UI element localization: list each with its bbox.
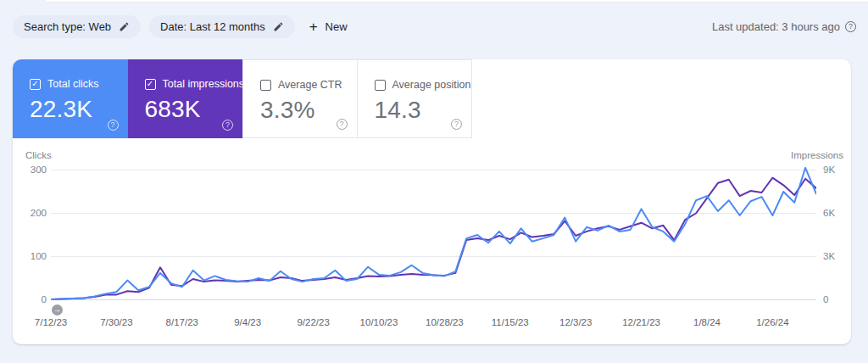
tile-label: Total clicks — [47, 78, 98, 90]
tile-total-impressions[interactable]: Total impressions 683K — [128, 59, 243, 138]
x-axis-date-label: 12/3/23 — [546, 317, 605, 327]
x-axis-date-label: 7/12/23 — [21, 317, 81, 327]
x-axis-date-label: 1/26/24 — [743, 317, 802, 327]
tile-average-position[interactable]: Average position 14.3 — [358, 59, 473, 138]
x-axis-date-label: 11/15/23 — [481, 317, 540, 327]
tile-label: Average CTR — [278, 79, 342, 91]
x-axis-date-label: 8/17/23 — [153, 317, 212, 327]
impressions-axis-tick: 0 — [823, 293, 828, 305]
x-axis-date-label: 10/10/23 — [349, 317, 409, 327]
search-console-performance-page: Search type: Web Date: Last 12 months + … — [0, 0, 868, 363]
performance-chart-svg[interactable] — [51, 165, 816, 304]
last-updated-text: Last updated: 3 hours ago — [712, 20, 840, 33]
impressions-axis-tick: 9K — [823, 164, 835, 176]
search-type-filter-label: Search type: Web — [24, 20, 111, 33]
tile-head: Total impressions — [145, 78, 243, 90]
plus-icon: + — [309, 20, 318, 34]
x-axis-date-label: 10/28/23 — [415, 317, 474, 327]
edit-pencil-icon — [119, 21, 130, 32]
clicks-axis-tick: 0 — [0, 293, 47, 305]
clicks-axis-tick: 200 — [0, 207, 47, 219]
tile-average-ctr[interactable]: Average CTR 3.3% — [242, 59, 358, 138]
clicks-axis-tick: 300 — [0, 164, 47, 176]
tile-total-clicks[interactable]: Total clicks 22.3K — [13, 59, 128, 138]
help-icon[interactable] — [451, 119, 462, 130]
x-axis-date-label: 9/4/23 — [218, 317, 277, 327]
x-axis-date-label: 1/8/24 — [677, 317, 737, 327]
series-line-impressions[interactable] — [51, 178, 816, 299]
search-type-filter-chip[interactable]: Search type: Web — [13, 15, 141, 38]
help-icon[interactable] — [845, 21, 856, 32]
series-line-clicks[interactable] — [51, 168, 816, 299]
header-divider — [47, 0, 868, 3]
tile-head: Average position — [375, 79, 472, 91]
clicks-axis-tick: 100 — [0, 250, 47, 262]
date-range-filter-chip[interactable]: Date: Last 12 months — [149, 15, 295, 38]
impressions-axis-tick: 3K — [823, 250, 835, 262]
x-axis-date-label: 9/22/23 — [284, 317, 343, 327]
tile-label: Total impressions — [163, 78, 245, 90]
left-axis-title: Clicks — [25, 150, 52, 160]
tile-head: Average CTR — [260, 79, 357, 91]
impressions-axis-tick: 6K — [823, 207, 835, 219]
new-filter-button[interactable]: + New — [309, 20, 348, 34]
checkbox-average-ctr[interactable] — [260, 80, 271, 91]
right-axis-title: Impressions — [791, 150, 843, 160]
date-range-filter-label: Date: Last 12 months — [160, 20, 265, 33]
new-filter-label: New — [326, 20, 348, 33]
help-icon[interactable] — [222, 120, 233, 131]
x-axis-date-label: 12/21/23 — [612, 317, 671, 327]
edit-pencil-icon — [273, 21, 284, 32]
checkbox-average-position[interactable] — [375, 80, 386, 91]
help-icon[interactable] — [337, 119, 348, 130]
tile-label: Average position — [392, 79, 471, 91]
tile-head: Total clicks — [30, 78, 128, 90]
metric-tiles: Total clicks 22.3K Total impressions 683… — [13, 59, 472, 138]
help-icon[interactable] — [108, 120, 119, 131]
filter-bar: Search type: Web Date: Last 12 months + … — [13, 14, 856, 38]
checkbox-total-clicks[interactable] — [30, 79, 41, 90]
timeline-arrow-marker[interactable]: → — [52, 304, 63, 316]
last-updated-status: Last updated: 3 hours ago — [712, 20, 856, 33]
x-axis-date-label: 7/30/23 — [86, 317, 146, 327]
checkbox-total-impressions[interactable] — [145, 79, 156, 90]
